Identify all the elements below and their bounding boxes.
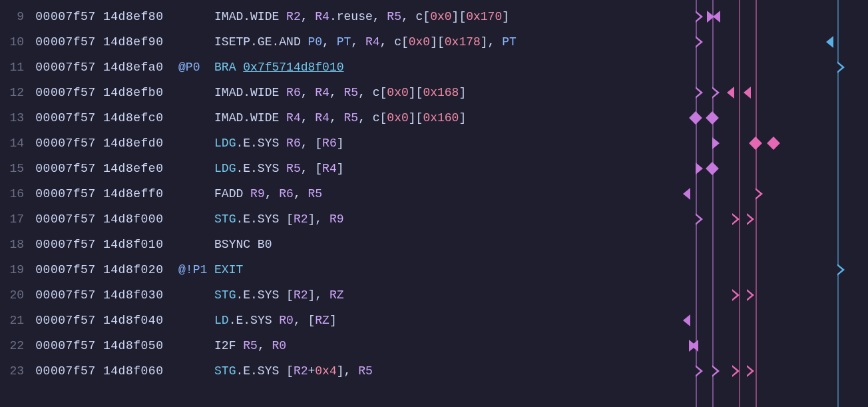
address: 00007f57 14d8f020 [28,257,178,282]
line-number: 17 [0,206,28,232]
dependency-marker [696,365,703,377]
dependency-marker [747,289,754,301]
dependency-marker [767,137,780,150]
instruction: BSYNC B0 [214,232,272,257]
predicate [178,358,214,384]
dependency-marker [732,213,740,225]
dependency-marker [732,365,740,377]
asm-row[interactable]: 11 00007f57 14d8efa0 @P0 BRA 0x7f5714d8f… [0,55,652,80]
address: 00007f57 14d8efa0 [28,55,178,80]
instruction: STG.E.SYS [R2], R9 [214,206,343,232]
predicate [178,181,214,206]
asm-row[interactable]: 17 00007f57 14d8f000 STG.E.SYS [R2], R9 [0,206,652,232]
line-number: 18 [0,232,28,257]
dependency-marker [826,36,833,48]
asm-row[interactable]: 15 00007f57 14d8efe0 LDG.E.SYS R5, [R4] [0,156,652,181]
address: 00007f57 14d8eff0 [28,181,178,206]
asm-row[interactable]: 23 00007f57 14d8f060 STG.E.SYS [R2+0x4],… [0,358,652,384]
dependency-marker [696,36,703,48]
dependency-marker [712,87,720,99]
asm-row[interactable]: 13 00007f57 14d8efc0 IMAD.WIDE R4, R4, R… [0,105,652,131]
instruction: EXIT [214,257,243,282]
line-number: 21 [0,308,28,333]
predicate [178,308,214,333]
asm-row[interactable]: 14 00007f57 14d8efd0 LDG.E.SYS R6, [R6] [0,131,652,156]
asm-row[interactable]: 9 00007f57 14d8ef80 IMAD.WIDE R2, R4.reu… [0,4,652,29]
dependency-marker [712,137,720,149]
instruction: IMAD.WIDE R4, R4, R5, c[0x0][0x160] [214,105,466,131]
predicate [178,131,214,156]
asm-row[interactable]: 16 00007f57 14d8eff0 FADD R9, R6, R5 [0,181,652,206]
asm-row[interactable]: 19 00007f57 14d8f020 @!P1 EXIT [0,257,652,282]
dependency-marker [696,87,703,99]
asm-row[interactable]: 22 00007f57 14d8f050 I2F R5, R0 [0,333,652,358]
address: 00007f57 14d8efb0 [28,80,178,105]
address: 00007f57 14d8f040 [28,308,178,333]
line-number: 19 [0,257,28,282]
asm-row[interactable]: 12 00007f57 14d8efb0 IMAD.WIDE R6, R4, R… [0,80,652,105]
dependency-marker [744,87,751,99]
line-number: 16 [0,181,28,206]
asm-row[interactable]: 21 00007f57 14d8f040 LD.E.SYS R0, [RZ] [0,308,652,333]
predicate [178,232,214,257]
predicate [178,29,214,55]
predicate: @P0 [178,55,214,80]
asm-row[interactable]: 20 00007f57 14d8f030 STG.E.SYS [R2], RZ [0,282,652,308]
predicate [178,282,214,308]
dependency-tracks [666,0,868,407]
address: 00007f57 14d8efd0 [28,131,178,156]
dependency-track-line [756,0,757,407]
line-number: 23 [0,358,28,384]
line-number: 11 [0,55,28,80]
instruction: I2F R5, R0 [214,333,286,358]
dependency-marker [837,264,845,276]
dependency-track-line [739,0,740,407]
dependency-marker [747,213,754,225]
dependency-marker [837,61,845,73]
line-number: 15 [0,156,28,181]
predicate [178,156,214,181]
address: 00007f57 14d8f050 [28,333,178,358]
dependency-marker [696,213,703,225]
instruction: IMAD.WIDE R6, R4, R5, c[0x0][0x168] [214,80,466,105]
dependency-marker [696,163,703,175]
line-number: 22 [0,333,28,358]
instruction: FADD R9, R6, R5 [214,181,322,206]
predicate [178,333,214,358]
dependency-marker [706,162,719,175]
dependency-marker [713,11,720,23]
instruction: IMAD.WIDE R2, R4.reuse, R5, c[0x0][0x170… [214,4,509,29]
dependency-marker [747,365,754,377]
dependency-marker [756,188,763,200]
dependency-marker [696,11,703,23]
dependency-marker [727,87,734,99]
dependency-marker [732,289,740,301]
predicate [178,80,214,105]
dependency-marker [712,365,720,377]
instruction: ISETP.GE.AND P0, PT, R4, c[0x0][0x178], … [214,29,517,55]
dependency-marker [706,111,719,125]
dependency-marker [683,314,690,326]
disassembly-listing: 9 00007f57 14d8ef80 IMAD.WIDE R2, R4.reu… [0,4,652,384]
line-number: 9 [0,4,28,29]
branch-target-link[interactable]: 0x7f5714d8f010 [243,61,343,74]
address: 00007f57 14d8ef90 [28,29,178,55]
line-number: 20 [0,282,28,308]
line-number: 13 [0,105,28,131]
asm-row[interactable]: 10 00007f57 14d8ef90 ISETP.GE.AND P0, PT… [0,29,652,55]
address: 00007f57 14d8f010 [28,232,178,257]
predicate [178,206,214,232]
address: 00007f57 14d8efc0 [28,105,178,131]
predicate [178,4,214,29]
asm-row[interactable]: 18 00007f57 14d8f010 BSYNC B0 [0,232,652,257]
line-number: 12 [0,80,28,105]
line-number: 14 [0,131,28,156]
address: 00007f57 14d8f030 [28,282,178,308]
dependency-track-line [712,0,714,407]
instruction: BRA 0x7f5714d8f010 [214,55,343,80]
address: 00007f57 14d8ef80 [28,4,178,29]
address: 00007f57 14d8f060 [28,358,178,384]
instruction: LDG.E.SYS R5, [R4] [214,156,343,181]
instruction: STG.E.SYS [R2+0x4], R5 [214,358,373,384]
dependency-marker [689,111,702,125]
